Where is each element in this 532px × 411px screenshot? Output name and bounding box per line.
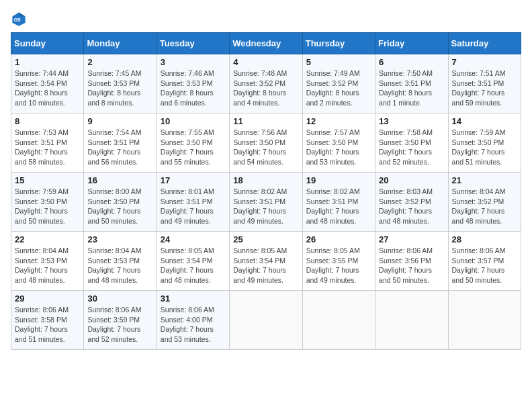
calendar-cell: 22 Sunrise: 8:04 AMSunset: 3:53 PMDaylig… [11, 232, 84, 291]
calendar-week-row: 8 Sunrise: 7:53 AMSunset: 3:51 PMDayligh… [11, 113, 521, 173]
day-number: 17 [161, 175, 226, 185]
day-detail: Sunrise: 8:06 AMSunset: 3:59 PMDaylight:… [87, 306, 141, 343]
day-detail: Sunrise: 8:00 AMSunset: 3:50 PMDaylight:… [87, 187, 141, 225]
calendar-cell: 15 Sunrise: 7:59 AMSunset: 3:50 PMDaylig… [11, 173, 84, 232]
col-header-thursday: Thursday [302, 33, 375, 54]
day-detail: Sunrise: 7:45 AMSunset: 3:53 PMDaylight:… [87, 69, 141, 107]
day-number: 18 [233, 175, 298, 185]
col-header-tuesday: Tuesday [157, 33, 229, 54]
calendar-cell: 20 Sunrise: 8:03 AMSunset: 3:52 PMDaylig… [375, 173, 448, 232]
day-detail: Sunrise: 7:54 AMSunset: 3:51 PMDaylight:… [87, 128, 141, 166]
day-number: 3 [161, 57, 226, 67]
day-number: 12 [306, 116, 371, 126]
day-detail: Sunrise: 7:58 AMSunset: 3:50 PMDaylight:… [379, 128, 433, 166]
calendar-cell: 13 Sunrise: 7:58 AMSunset: 3:50 PMDaylig… [375, 113, 448, 173]
day-detail: Sunrise: 8:02 AMSunset: 3:51 PMDaylight:… [306, 187, 360, 225]
day-detail: Sunrise: 7:57 AMSunset: 3:50 PMDaylight:… [306, 128, 360, 166]
calendar-cell: 16 Sunrise: 8:00 AMSunset: 3:50 PMDaylig… [84, 173, 157, 232]
day-detail: Sunrise: 7:59 AMSunset: 3:50 PMDaylight:… [452, 128, 506, 166]
day-number: 31 [161, 293, 226, 304]
calendar-cell: 28 Sunrise: 8:06 AMSunset: 3:57 PMDaylig… [448, 232, 521, 291]
day-detail: Sunrise: 7:56 AMSunset: 3:50 PMDaylight:… [233, 128, 287, 166]
calendar-cell: 24 Sunrise: 8:05 AMSunset: 3:54 PMDaylig… [157, 232, 229, 291]
calendar-week-row: 22 Sunrise: 8:04 AMSunset: 3:53 PMDaylig… [11, 232, 521, 291]
calendar-week-row: 15 Sunrise: 7:59 AMSunset: 3:50 PMDaylig… [11, 173, 521, 232]
col-header-monday: Monday [84, 33, 157, 54]
col-header-saturday: Saturday [448, 33, 521, 54]
day-number: 7 [452, 57, 517, 67]
calendar-cell: 1 Sunrise: 7:44 AMSunset: 3:54 PMDayligh… [11, 54, 84, 113]
day-detail: Sunrise: 8:06 AMSunset: 3:58 PMDaylight:… [15, 306, 69, 343]
logo: GB [11, 11, 30, 27]
calendar-cell: 23 Sunrise: 8:04 AMSunset: 3:53 PMDaylig… [84, 232, 157, 291]
day-number: 13 [379, 116, 444, 126]
day-number: 16 [87, 175, 152, 185]
day-detail: Sunrise: 7:44 AMSunset: 3:54 PMDaylight:… [15, 69, 69, 107]
calendar-cell: 25 Sunrise: 8:05 AMSunset: 3:54 PMDaylig… [230, 232, 302, 291]
calendar-cell [230, 291, 302, 350]
calendar-cell: 7 Sunrise: 7:51 AMSunset: 3:51 PMDayligh… [448, 54, 521, 113]
day-detail: Sunrise: 8:06 AMSunset: 3:56 PMDaylight:… [379, 246, 433, 284]
logo-icon: GB [11, 11, 27, 27]
day-number: 25 [233, 234, 298, 244]
day-number: 2 [87, 57, 152, 67]
calendar-cell: 18 Sunrise: 8:02 AMSunset: 3:51 PMDaylig… [230, 173, 302, 232]
calendar-cell: 10 Sunrise: 7:55 AMSunset: 3:50 PMDaylig… [157, 113, 229, 173]
day-number: 21 [452, 175, 517, 185]
svg-text:GB: GB [14, 17, 21, 22]
day-number: 1 [15, 57, 80, 67]
day-detail: Sunrise: 8:02 AMSunset: 3:51 PMDaylight:… [233, 187, 287, 225]
day-number: 14 [452, 116, 517, 126]
calendar-week-row: 1 Sunrise: 7:44 AMSunset: 3:54 PMDayligh… [11, 54, 521, 113]
col-header-sunday: Sunday [11, 33, 84, 54]
day-detail: Sunrise: 7:55 AMSunset: 3:50 PMDaylight:… [161, 128, 214, 166]
calendar-cell: 19 Sunrise: 8:02 AMSunset: 3:51 PMDaylig… [302, 173, 375, 232]
calendar-cell: 12 Sunrise: 7:57 AMSunset: 3:50 PMDaylig… [302, 113, 375, 173]
day-detail: Sunrise: 7:59 AMSunset: 3:50 PMDaylight:… [15, 187, 69, 225]
calendar-cell: 21 Sunrise: 8:04 AMSunset: 3:52 PMDaylig… [448, 173, 521, 232]
day-detail: Sunrise: 7:53 AMSunset: 3:51 PMDaylight:… [15, 128, 69, 166]
day-detail: Sunrise: 8:04 AMSunset: 3:53 PMDaylight:… [15, 246, 69, 284]
day-detail: Sunrise: 7:49 AMSunset: 3:52 PMDaylight:… [306, 69, 360, 107]
day-detail: Sunrise: 7:46 AMSunset: 3:53 PMDaylight:… [161, 69, 214, 107]
calendar-cell: 2 Sunrise: 7:45 AMSunset: 3:53 PMDayligh… [84, 54, 157, 113]
day-number: 5 [306, 57, 371, 67]
day-number: 27 [379, 234, 444, 244]
day-detail: Sunrise: 7:51 AMSunset: 3:51 PMDaylight:… [452, 69, 506, 107]
calendar-cell: 26 Sunrise: 8:05 AMSunset: 3:55 PMDaylig… [302, 232, 375, 291]
day-number: 15 [15, 175, 80, 185]
calendar-table: SundayMondayTuesdayWednesdayThursdayFrid… [11, 32, 521, 350]
calendar-cell: 3 Sunrise: 7:46 AMSunset: 3:53 PMDayligh… [157, 54, 229, 113]
calendar-cell: 5 Sunrise: 7:49 AMSunset: 3:52 PMDayligh… [302, 54, 375, 113]
col-header-wednesday: Wednesday [230, 33, 302, 54]
day-number: 4 [233, 57, 298, 67]
calendar-cell: 31 Sunrise: 8:06 AMSunset: 4:00 PMDaylig… [157, 291, 229, 350]
day-number: 10 [161, 116, 226, 126]
day-number: 24 [161, 234, 226, 244]
calendar-cell: 30 Sunrise: 8:06 AMSunset: 3:59 PMDaylig… [84, 291, 157, 350]
calendar-week-row: 29 Sunrise: 8:06 AMSunset: 3:58 PMDaylig… [11, 291, 521, 350]
calendar-cell: 4 Sunrise: 7:48 AMSunset: 3:52 PMDayligh… [230, 54, 302, 113]
col-header-friday: Friday [375, 33, 448, 54]
day-number: 22 [15, 234, 80, 244]
calendar-header-row: SundayMondayTuesdayWednesdayThursdayFrid… [11, 33, 521, 54]
day-detail: Sunrise: 8:01 AMSunset: 3:51 PMDaylight:… [161, 187, 214, 225]
calendar-cell: 27 Sunrise: 8:06 AMSunset: 3:56 PMDaylig… [375, 232, 448, 291]
calendar-cell [448, 291, 521, 350]
day-detail: Sunrise: 7:48 AMSunset: 3:52 PMDaylight:… [233, 69, 287, 107]
calendar-cell [375, 291, 448, 350]
day-number: 23 [87, 234, 152, 244]
day-detail: Sunrise: 8:04 AMSunset: 3:53 PMDaylight:… [87, 246, 141, 284]
calendar-cell: 8 Sunrise: 7:53 AMSunset: 3:51 PMDayligh… [11, 113, 84, 173]
day-number: 29 [15, 293, 80, 304]
calendar-cell: 6 Sunrise: 7:50 AMSunset: 3:51 PMDayligh… [375, 54, 448, 113]
page-header: GB [11, 11, 521, 27]
day-number: 6 [379, 57, 444, 67]
day-detail: Sunrise: 8:06 AMSunset: 3:57 PMDaylight:… [452, 246, 506, 284]
day-detail: Sunrise: 8:03 AMSunset: 3:52 PMDaylight:… [379, 187, 433, 225]
calendar-cell: 11 Sunrise: 7:56 AMSunset: 3:50 PMDaylig… [230, 113, 302, 173]
calendar-cell [302, 291, 375, 350]
day-detail: Sunrise: 8:05 AMSunset: 3:55 PMDaylight:… [306, 246, 360, 284]
day-detail: Sunrise: 7:50 AMSunset: 3:51 PMDaylight:… [379, 69, 433, 107]
calendar-cell: 29 Sunrise: 8:06 AMSunset: 3:58 PMDaylig… [11, 291, 84, 350]
